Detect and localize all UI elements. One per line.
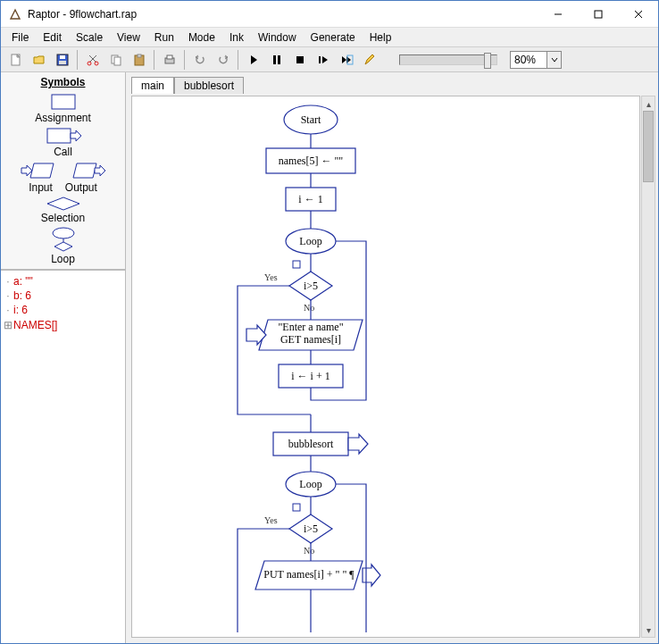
- new-icon[interactable]: [5, 49, 27, 71]
- menu-help[interactable]: Help: [363, 29, 399, 46]
- symbols-panel: Symbols Assignment Call Input Output Sel…: [1, 72, 125, 270]
- loop-label: Loop: [1, 253, 125, 265]
- scroll-thumb[interactable]: [643, 111, 654, 182]
- minimize-button[interactable]: [538, 1, 578, 27]
- toolbar: [1, 47, 658, 72]
- step-to-end-icon[interactable]: [336, 49, 357, 71]
- svg-text:i ← 1: i ← 1: [298, 193, 322, 205]
- svg-text:Loop: Loop: [299, 235, 321, 247]
- menu-scale[interactable]: Scale: [69, 29, 110, 46]
- svg-text:names[5] ← "": names[5] ← "": [279, 155, 344, 167]
- svg-text:bubblesort: bubblesort: [288, 438, 334, 450]
- svg-text:GET names[i]: GET names[i]: [280, 333, 341, 346]
- input-label: Input: [29, 181, 53, 194]
- menu-run[interactable]: Run: [147, 29, 181, 46]
- cut-icon[interactable]: [82, 49, 104, 71]
- scroll-down-icon[interactable]: ▾: [642, 623, 655, 637]
- selection-label: Selection: [1, 212, 125, 224]
- stop-icon[interactable]: [289, 49, 311, 71]
- svg-rect-21: [319, 56, 321, 63]
- svg-text:Loop: Loop: [299, 478, 321, 490]
- dot-icon: ·: [3, 274, 13, 289]
- svg-rect-17: [167, 55, 172, 59]
- pause-icon[interactable]: [266, 49, 288, 71]
- output-symbol-icon[interactable]: [71, 160, 107, 181]
- svg-rect-7: [59, 61, 66, 64]
- watch-item[interactable]: ⊞NAMES[]: [3, 318, 123, 332]
- zoom-input[interactable]: [510, 51, 547, 69]
- svg-rect-39: [293, 261, 300, 268]
- svg-text:No: No: [304, 546, 314, 556]
- svg-rect-18: [273, 55, 276, 64]
- call-symbol-icon[interactable]: [45, 126, 82, 146]
- dot-icon: ·: [3, 289, 13, 303]
- watch-item: ·b: 6: [3, 289, 123, 303]
- selection-symbol-icon[interactable]: [46, 196, 81, 212]
- slider-thumb-icon[interactable]: [484, 53, 491, 69]
- svg-text:PUT names[i] + " " ¶: PUT names[i] + " " ¶: [263, 568, 355, 581]
- titlebar: Raptor - 9flowchart.rap: [1, 1, 658, 28]
- svg-rect-15: [138, 54, 141, 57]
- svg-rect-6: [60, 55, 65, 59]
- pen-icon[interactable]: [359, 49, 380, 71]
- svg-text:Yes: Yes: [264, 515, 278, 525]
- svg-rect-19: [278, 55, 280, 64]
- undo-icon[interactable]: [189, 49, 211, 71]
- svg-rect-56: [293, 504, 300, 511]
- vertical-scrollbar[interactable]: ▴ ▾: [641, 96, 655, 638]
- dot-icon: ·: [3, 303, 13, 317]
- output-label: Output: [65, 181, 97, 194]
- watch-panel: ·a: "" ·b: 6 ·i: 6 ⊞NAMES[]: [1, 270, 125, 643]
- window-title: Raptor - 9flowchart.rap: [28, 8, 538, 21]
- watch-item: ·i: 6: [3, 303, 123, 317]
- tab-bubblesort[interactable]: bubblesort: [174, 77, 244, 94]
- maximize-button[interactable]: [578, 1, 618, 27]
- menu-file[interactable]: File: [4, 29, 36, 46]
- loop-symbol-icon[interactable]: [47, 226, 79, 253]
- scroll-up-icon[interactable]: ▴: [642, 96, 655, 111]
- canvas-area: main bubblesort Start names[5] ← "" i ← …: [126, 72, 658, 643]
- svg-rect-23: [52, 95, 75, 109]
- symbols-header: Symbols: [1, 76, 125, 90]
- svg-text:No: No: [304, 303, 314, 313]
- close-button[interactable]: [618, 1, 658, 27]
- redo-icon[interactable]: [213, 49, 234, 71]
- menu-mode[interactable]: Mode: [181, 29, 222, 46]
- step-icon[interactable]: [313, 49, 334, 71]
- app-icon: [8, 7, 22, 21]
- flowchart-canvas[interactable]: Start names[5] ← "" i ← 1 Loop i>5: [131, 96, 640, 638]
- menu-view[interactable]: View: [110, 29, 147, 46]
- svg-text:i>5: i>5: [304, 523, 318, 535]
- svg-rect-20: [296, 56, 304, 63]
- chevron-down-icon[interactable]: [547, 51, 562, 69]
- tab-main[interactable]: main: [131, 77, 174, 94]
- menu-window[interactable]: Window: [251, 29, 304, 46]
- menu-bar: File Edit Scale View Run Mode Ink Window…: [1, 28, 658, 47]
- save-icon[interactable]: [52, 49, 73, 71]
- input-symbol-icon[interactable]: [20, 160, 55, 181]
- menu-ink[interactable]: Ink: [222, 29, 251, 46]
- svg-rect-1: [595, 11, 602, 18]
- expand-icon[interactable]: ⊞: [3, 318, 13, 332]
- zoom-select[interactable]: [510, 51, 562, 69]
- paste-icon[interactable]: [129, 49, 150, 71]
- assignment-symbol-icon[interactable]: [49, 92, 78, 112]
- svg-rect-24: [47, 129, 71, 143]
- watch-item: ·a: "": [3, 274, 123, 289]
- svg-text:Start: Start: [301, 113, 321, 126]
- call-label: Call: [1, 146, 125, 158]
- svg-text:Yes: Yes: [264, 272, 278, 282]
- svg-rect-13: [114, 57, 121, 65]
- svg-point-25: [53, 228, 74, 238]
- svg-text:i>5: i>5: [304, 280, 318, 292]
- sidebar: Symbols Assignment Call Input Output Sel…: [1, 72, 126, 643]
- menu-generate[interactable]: Generate: [304, 29, 363, 46]
- assignment-label: Assignment: [1, 112, 125, 124]
- speed-slider[interactable]: [399, 54, 497, 65]
- menu-edit[interactable]: Edit: [36, 29, 69, 46]
- print-icon[interactable]: [159, 49, 180, 71]
- play-icon[interactable]: [243, 49, 264, 71]
- open-icon[interactable]: [29, 49, 50, 71]
- copy-icon[interactable]: [105, 49, 127, 71]
- svg-text:"Enter a name": "Enter a name": [278, 321, 343, 333]
